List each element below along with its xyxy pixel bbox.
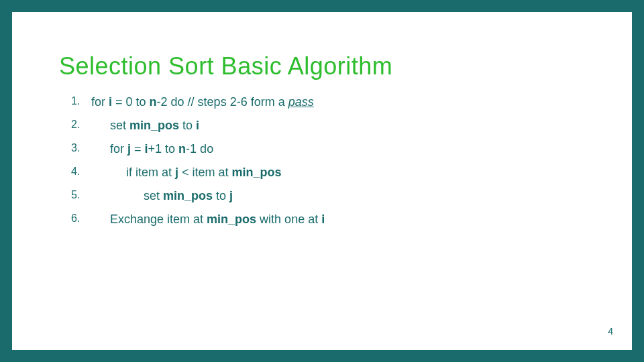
page-number: 4 bbox=[608, 326, 613, 337]
step-text: for i = 0 to n-2 do // steps 2-6 form a … bbox=[91, 95, 592, 109]
slide: Selection Sort Basic Algorithm 1.for i =… bbox=[0, 0, 644, 362]
step-text-part: n bbox=[178, 142, 186, 156]
step-number: 3. bbox=[59, 142, 91, 156]
step-text-part: i bbox=[321, 213, 325, 226]
slide-title: Selection Sort Basic Algorithm bbox=[59, 52, 592, 80]
step-text: Exchange item at min_pos with one at i bbox=[91, 213, 592, 227]
step-text-part: Exchange item at bbox=[110, 213, 207, 226]
step-text: if item at j < item at min_pos bbox=[91, 166, 592, 180]
algorithm-step: 5.set min_pos to j bbox=[59, 189, 592, 203]
step-text: set min_pos to i bbox=[91, 119, 592, 133]
algorithm-step: 3.for j = i+1 to n-1 do bbox=[59, 142, 592, 156]
step-text-part: to bbox=[213, 189, 229, 202]
step-text-part: -2 do // steps 2-6 form a bbox=[157, 95, 288, 109]
step-text-part: -1 do bbox=[186, 142, 213, 156]
step-text-part: = 0 to bbox=[112, 95, 150, 109]
step-text-part: to bbox=[179, 119, 196, 132]
step-text-part: min_pos bbox=[129, 119, 179, 132]
step-text-part: if item at bbox=[126, 166, 175, 179]
step-text-part: min_pos bbox=[207, 213, 256, 226]
step-text-part: set bbox=[144, 189, 163, 202]
step-number: 5. bbox=[59, 189, 91, 203]
algorithm-step: 6.Exchange item at min_pos with one at i bbox=[59, 213, 592, 227]
step-text-part: with one at bbox=[256, 213, 321, 226]
step-text-part: set bbox=[110, 119, 129, 132]
step-number: 2. bbox=[59, 119, 91, 133]
step-text: set min_pos to j bbox=[91, 189, 592, 203]
step-number: 1. bbox=[59, 95, 91, 109]
step-text-part: min_pos bbox=[232, 166, 282, 179]
step-text-part: < item at bbox=[178, 166, 232, 179]
step-text-part: for bbox=[110, 142, 127, 156]
step-text-part: min_pos bbox=[163, 189, 213, 202]
step-text-part: n bbox=[150, 95, 157, 109]
algorithm-steps: 1.for i = 0 to n-2 do // steps 2-6 form … bbox=[59, 95, 592, 227]
algorithm-step: 2.set min_pos to i bbox=[59, 119, 592, 133]
step-text-part: j bbox=[229, 189, 233, 202]
step-number: 4. bbox=[59, 166, 91, 180]
algorithm-step: 4.if item at j < item at min_pos bbox=[59, 166, 592, 180]
step-text-part: for bbox=[91, 95, 109, 109]
step-text-part: pass bbox=[288, 95, 314, 109]
step-text-part: i bbox=[196, 119, 199, 132]
step-text-part: = bbox=[131, 142, 145, 156]
step-text: for j = i+1 to n-1 do bbox=[91, 142, 592, 156]
step-text-part: +1 to bbox=[148, 142, 179, 156]
algorithm-step: 1.for i = 0 to n-2 do // steps 2-6 form … bbox=[59, 95, 592, 109]
step-number: 6. bbox=[59, 213, 91, 227]
